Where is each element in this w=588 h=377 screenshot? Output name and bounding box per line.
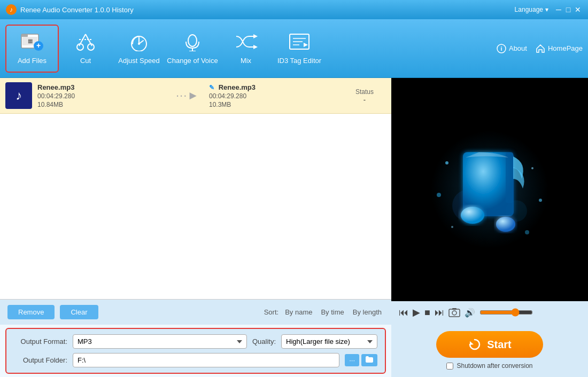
preview-area [391,78,588,301]
output-settings: Output Format: MP3 AAC WAV FLAC OGG M4A … [5,328,386,374]
svg-point-34 [531,167,533,169]
format-row: Output Format: MP3 AAC WAV FLAC OGG M4A … [14,334,377,349]
screenshot-button[interactable] [448,308,460,317]
player-controls: ⏮ ▶ ■ ⏭ 🔊 [391,301,588,324]
output-size: 10.3MB [209,101,338,108]
folder-row: Output Folder: ··· [14,353,377,367]
left-panel: ♪ Renee.mp3 00:04:29.280 10.84MB ···► ✎ … [0,78,391,377]
camera-icon [448,308,460,317]
about-button[interactable]: i About [497,44,527,53]
shutdown-checkbox[interactable] [446,363,453,370]
toolbar: ▦ + Add Files Cut [0,19,588,78]
svg-point-38 [525,230,529,234]
file-status: Status - [343,88,386,104]
right-panel: ⏮ ▶ ■ ⏭ 🔊 Start [391,78,588,377]
app-logo: ♪ [5,4,17,15]
file-size: 10.84MB [37,101,166,108]
shutdown-label: Shutdown after conversion [457,362,532,370]
file-thumbnail: ♪ [5,82,32,109]
sort-by-name-button[interactable]: By name [283,307,314,317]
toolbar-id3-tag-editor[interactable]: ID3 Tag Editor [273,25,326,73]
music-note-icon: ♪ [16,88,22,103]
output-duration: 00:04:29.280 [209,92,338,100]
file-list: ♪ Renee.mp3 00:04:29.280 10.84MB ···► ✎ … [0,78,391,300]
svg-point-35 [437,193,441,197]
clear-button[interactable]: Clear [60,305,98,319]
change-of-voice-label: Change of Voice [167,57,218,65]
folder-buttons: ··· [345,354,377,366]
quality-select[interactable]: High(Larger file size) Medium Low(Smalle… [281,334,377,349]
remove-button[interactable]: Remove [7,305,55,319]
id3-tag-label: ID3 Tag Editor [277,57,321,65]
folder-input[interactable] [73,353,339,367]
svg-marker-18 [253,34,258,38]
shutdown-row: Shutdown after conversion [446,362,532,370]
svg-rect-41 [452,308,457,310]
refresh-icon [468,337,482,351]
volume-icon: 🔊 [465,308,475,318]
quality-label: Quality: [252,337,276,345]
svg-point-15 [188,35,197,46]
browse-folder-button[interactable]: ··· [345,354,359,366]
close-button[interactable]: ✕ [573,5,583,14]
output-file-name: ✎ Renee.mp3 [209,83,338,91]
adjust-speed-icon [127,32,151,54]
stop-button[interactable]: ■ [424,307,430,318]
file-duration: 00:04:29.280 [37,92,166,100]
mix-icon [234,32,258,54]
home-icon [536,44,545,53]
toolbar-cut[interactable]: Cut [59,25,112,73]
change-of-voice-icon [181,32,204,54]
sort-by-time-button[interactable]: By time [319,307,346,317]
svg-text:▦: ▦ [28,38,33,44]
svg-rect-39 [449,309,460,317]
start-button[interactable]: Start [436,331,543,358]
file-name: Renee.mp3 [37,83,166,91]
start-section: Start Shutdown after conversion [391,324,588,377]
format-select[interactable]: MP3 AAC WAV FLAC OGG M4A WMA [73,334,247,349]
svg-text:i: i [500,45,502,52]
music-visual [391,78,588,301]
cut-icon [75,32,96,54]
sort-controls: Sort: By name By time By length [264,307,384,317]
id3-tag-icon [288,32,311,54]
svg-point-31 [461,207,484,224]
svg-marker-42 [470,341,474,345]
svg-point-33 [445,161,448,164]
homepage-button[interactable]: HomePage [536,44,583,53]
skip-back-button[interactable]: ⏮ [399,307,408,318]
volume-slider[interactable] [479,308,533,317]
toolbar-right: i About HomePage [497,44,583,53]
file-info: Renee.mp3 00:04:29.280 10.84MB [37,83,166,108]
toolbar-mix[interactable]: Mix [219,25,273,73]
arrow-dots-icon: ···► [176,89,199,103]
adjust-speed-label: Adjust Speed [118,57,159,65]
app-title: Renee Audio Converter 1.0.0 History [20,6,515,14]
svg-rect-30 [506,152,513,203]
language-selector[interactable]: Language ▾ [515,6,548,13]
svg-marker-19 [253,45,258,49]
add-files-icon: ▦ + [20,32,44,54]
svg-text:♪: ♪ [10,6,13,13]
cut-label: Cut [80,57,91,65]
main-area: ♪ Renee.mp3 00:04:29.280 10.84MB ···► ✎ … [0,78,588,377]
svg-point-37 [451,226,453,228]
toolbar-add-files[interactable]: ▦ + Add Files [5,25,59,73]
about-icon: i [497,44,506,53]
sort-by-length-button[interactable]: By length [351,307,384,317]
skip-forward-button[interactable]: ⏭ [435,307,444,318]
toolbar-change-of-voice[interactable]: Change of Voice [166,25,219,73]
toolbar-adjust-speed[interactable]: Adjust Speed [112,25,166,73]
chevron-down-icon: ▾ [545,6,548,13]
minimize-button[interactable]: ─ [554,5,563,14]
restore-button[interactable]: □ [563,5,573,14]
open-folder-button[interactable] [361,354,377,366]
play-button[interactable]: ▶ [413,307,420,318]
folder-label: Output Folder: [14,356,67,364]
svg-point-32 [496,217,515,232]
status-label: Status [343,88,386,96]
table-row: ♪ Renee.mp3 00:04:29.280 10.84MB ···► ✎ … [0,78,391,114]
svg-point-14 [138,43,140,45]
bottom-controls: Remove Clear Sort: By name By time By le… [0,300,391,325]
mix-label: Mix [241,57,251,65]
